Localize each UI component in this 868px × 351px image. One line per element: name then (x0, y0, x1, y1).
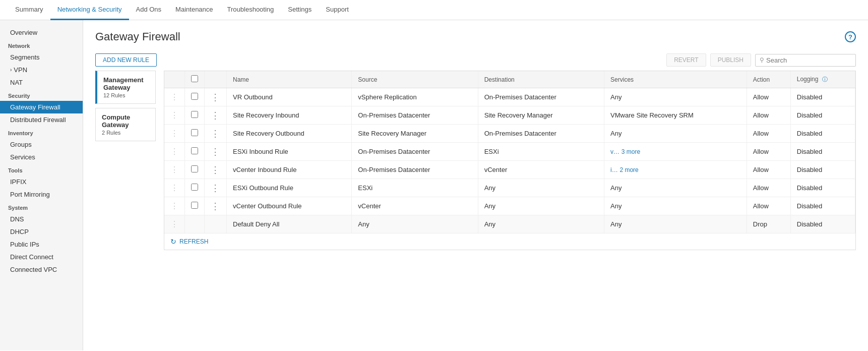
row-context-menu-icon[interactable]: ⋮ (211, 165, 220, 175)
sidebar-item-groups[interactable]: Groups (0, 138, 83, 151)
row-context-menu-icon[interactable]: ⋮ (211, 110, 220, 121)
sidebar-overview[interactable]: Overview (0, 26, 83, 39)
row-menu-cell[interactable]: ⋮ (205, 161, 227, 179)
row-context-menu-icon[interactable]: ⋮ (211, 147, 220, 157)
rule-services: Any (604, 88, 747, 106)
publish-button[interactable]: PUBLISH (710, 53, 751, 67)
rule-action: Allow (747, 88, 790, 106)
drag-handle[interactable]: ⋮ (164, 106, 185, 125)
services-truncated: i… (610, 166, 618, 173)
sidebar-item-port-mirroring[interactable]: Port Mirroring (0, 188, 83, 201)
rule-destination: vCenter (478, 161, 604, 179)
row-context-menu-icon[interactable]: ⋮ (211, 129, 220, 139)
sidebar-item-direct-connect[interactable]: Direct Connect (0, 251, 83, 263)
sidebar-item-dhcp[interactable]: DHCP (0, 225, 83, 238)
rule-name: ESXi Outbound Rule (227, 179, 352, 197)
top-nav-item-summary[interactable]: Summary (8, 0, 50, 20)
search-box[interactable]: ⚲ (755, 54, 856, 67)
row-menu-cell[interactable]: ⋮ (205, 179, 227, 197)
row-menu-cell[interactable]: ⋮ (205, 143, 227, 161)
help-icon[interactable]: ? (845, 31, 856, 42)
row-menu-cell[interactable]: ⋮ (205, 125, 227, 143)
refresh-icon: ↻ (170, 238, 176, 246)
rule-action: Allow (747, 161, 790, 179)
rule-action: Allow (747, 125, 790, 143)
row-checkbox-cell[interactable] (185, 161, 205, 179)
row-context-menu-icon[interactable]: ⋮ (211, 201, 220, 211)
row-select-checkbox[interactable] (191, 165, 198, 172)
top-nav-item-support[interactable]: Support (319, 0, 356, 20)
row-context-menu-icon[interactable]: ⋮ (211, 183, 220, 193)
row-select-checkbox[interactable] (191, 129, 198, 136)
rule-source: Any (352, 215, 478, 233)
row-context-menu-icon[interactable]: ⋮ (211, 92, 220, 102)
col-logging: Logging ⓘ (790, 71, 855, 88)
refresh-row[interactable]: ↻ REFRESH (164, 233, 855, 250)
table-row: ⋮⋮ESXi Inbound RuleOn-Premises Datacente… (164, 143, 855, 161)
top-nav-item-troubleshooting[interactable]: Troubleshooting (220, 0, 281, 20)
drag-icon: ⋮ (170, 202, 178, 210)
row-checkbox-cell[interactable] (185, 179, 205, 197)
sidebar-item-segments[interactable]: Segments (0, 51, 83, 64)
row-menu-cell[interactable]: ⋮ (205, 197, 227, 215)
drag-handle[interactable]: ⋮ (164, 143, 185, 161)
sidebar-item-ipfix[interactable]: IPFIX (0, 176, 83, 188)
sidebar-item-distributed-firewall[interactable]: Distributed Firewall (0, 113, 83, 126)
col-destination: Destination (478, 71, 604, 88)
row-checkbox-cell[interactable] (185, 106, 205, 125)
drag-handle[interactable]: ⋮ (164, 215, 185, 233)
top-nav-item-add-ons[interactable]: Add Ons (129, 0, 169, 20)
row-select-checkbox[interactable] (191, 184, 198, 191)
rule-logging: Disabled (790, 197, 855, 215)
sidebar-item-services[interactable]: Services (0, 151, 83, 163)
rule-destination: Any (478, 215, 604, 233)
top-nav-item-networking---security[interactable]: Networking & Security (50, 0, 129, 20)
gateway-panel-0[interactable]: Management Gateway12 Rules (95, 71, 156, 104)
row-select-checkbox[interactable] (191, 111, 198, 118)
sidebar-item-gateway-firewall[interactable]: Gateway Firewall (0, 101, 83, 113)
sidebar-item-vpn[interactable]: ›VPN (0, 64, 83, 76)
rule-services: Any (604, 197, 747, 215)
rule-source: On-Premises Datacenter (352, 143, 478, 161)
drag-handle[interactable]: ⋮ (164, 88, 185, 106)
sidebar: OverviewNetworkSegments›VPNNATSecurityGa… (0, 20, 83, 350)
revert-button[interactable]: REVERT (666, 53, 706, 67)
drag-icon: ⋮ (170, 147, 178, 156)
sidebar-item-public-ips[interactable]: Public IPs (0, 238, 83, 251)
rule-name: Site Recovery Outbound (227, 125, 352, 143)
drag-handle[interactable]: ⋮ (164, 161, 185, 179)
row-select-checkbox[interactable] (191, 202, 198, 209)
row-checkbox-cell[interactable] (185, 125, 205, 143)
drag-icon: ⋮ (170, 93, 178, 101)
drag-handle[interactable]: ⋮ (164, 179, 185, 197)
row-checkbox-cell[interactable] (185, 197, 205, 215)
rule-logging: Disabled (790, 161, 855, 179)
top-nav-item-settings[interactable]: Settings (281, 0, 319, 20)
top-nav-item-maintenance[interactable]: Maintenance (168, 0, 220, 20)
search-input[interactable] (766, 56, 851, 64)
rule-logging: Disabled (790, 88, 855, 106)
rule-source: Site Recovery Manager (352, 125, 478, 143)
logging-info-icon[interactable]: ⓘ (822, 76, 828, 82)
sidebar-item-connected-vpc[interactable]: Connected VPC (0, 263, 83, 276)
sidebar-item-dns[interactable]: DNS (0, 213, 83, 225)
services-more-link[interactable]: 2 more (619, 166, 638, 173)
rule-name: vCenter Outbound Rule (227, 197, 352, 215)
add-new-rule-button[interactable]: ADD NEW RULE (95, 53, 157, 67)
drag-handle[interactable]: ⋮ (164, 125, 185, 143)
row-checkbox-cell[interactable] (185, 143, 205, 161)
sidebar-item-nat[interactable]: NAT (0, 76, 83, 89)
row-select-checkbox[interactable] (191, 93, 198, 100)
rule-services: Any (604, 125, 747, 143)
rule-source: vCenter (352, 197, 478, 215)
row-select-checkbox[interactable] (191, 147, 198, 154)
row-checkbox-cell[interactable] (185, 88, 205, 106)
row-checkbox-cell[interactable] (185, 215, 205, 233)
row-menu-cell[interactable]: ⋮ (205, 88, 227, 106)
gateway-panel-1[interactable]: Compute Gateway2 Rules (95, 108, 156, 141)
select-all-checkbox[interactable] (191, 75, 198, 82)
row-menu-cell[interactable]: ⋮ (205, 106, 227, 125)
drag-handle[interactable]: ⋮ (164, 197, 185, 215)
table-row: ⋮Default Deny AllAnyAnyAnyDropDisabled (164, 215, 855, 233)
services-more-link[interactable]: 3 more (622, 148, 640, 155)
